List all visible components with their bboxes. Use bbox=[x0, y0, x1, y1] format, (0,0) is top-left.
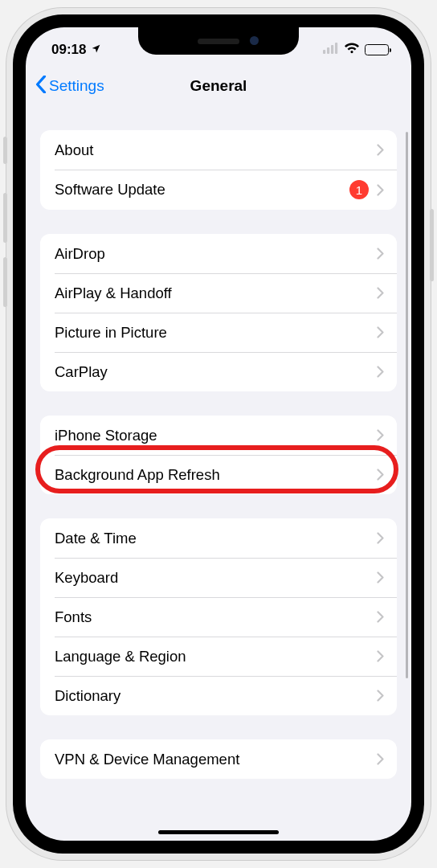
row-label: Dictionary bbox=[55, 687, 377, 705]
row-software-update[interactable]: Software Update 1 bbox=[40, 170, 397, 210]
battery-icon bbox=[365, 44, 389, 55]
chevron-right-icon bbox=[377, 326, 384, 338]
front-camera bbox=[250, 36, 259, 45]
svg-rect-3 bbox=[335, 43, 337, 54]
row-label: About bbox=[55, 141, 377, 159]
status-time: 09:18 bbox=[51, 42, 86, 58]
chevron-right-icon bbox=[377, 532, 384, 544]
chevron-right-icon bbox=[377, 366, 384, 378]
page-title: General bbox=[190, 77, 247, 95]
row-label: Background App Refresh bbox=[55, 466, 377, 484]
row-label: Language & Region bbox=[55, 648, 377, 665]
row-label: AirPlay & Handoff bbox=[55, 285, 377, 302]
row-label: Fonts bbox=[55, 608, 377, 626]
settings-group: VPN & Device Management bbox=[40, 739, 397, 779]
back-button[interactable]: Settings bbox=[35, 76, 104, 97]
row-label: VPN & Device Management bbox=[55, 751, 377, 768]
svg-rect-2 bbox=[331, 45, 333, 54]
settings-group: Date & Time Keyboard Fonts Language & Re… bbox=[40, 518, 397, 715]
row-keyboard[interactable]: Keyboard bbox=[40, 558, 397, 597]
row-language-region[interactable]: Language & Region bbox=[40, 637, 397, 676]
silence-switch bbox=[3, 137, 7, 164]
location-icon bbox=[91, 42, 101, 58]
chevron-right-icon bbox=[377, 611, 384, 623]
row-picture-in-picture[interactable]: Picture in Picture bbox=[40, 313, 397, 352]
chevron-right-icon bbox=[377, 571, 384, 583]
content[interactable]: About Software Update 1 AirDrop bbox=[26, 106, 411, 841]
row-fonts[interactable]: Fonts bbox=[40, 597, 397, 637]
row-iphone-storage[interactable]: iPhone Storage bbox=[40, 416, 397, 455]
row-about[interactable]: About bbox=[40, 130, 397, 170]
status-left: 09:18 bbox=[51, 42, 101, 58]
volume-up-button bbox=[3, 193, 7, 243]
notch bbox=[138, 27, 299, 55]
chevron-right-icon bbox=[377, 144, 384, 156]
row-date-time[interactable]: Date & Time bbox=[40, 518, 397, 558]
scrollbar[interactable] bbox=[406, 132, 408, 678]
row-dictionary[interactable]: Dictionary bbox=[40, 676, 397, 715]
row-background-app-refresh[interactable]: Background App Refresh bbox=[40, 455, 397, 494]
screen: 09:18 bbox=[26, 27, 411, 841]
volume-down-button bbox=[3, 257, 7, 307]
status-right bbox=[323, 42, 389, 58]
svg-rect-1 bbox=[327, 47, 329, 54]
notification-badge: 1 bbox=[349, 180, 369, 199]
chevron-right-icon bbox=[377, 287, 384, 299]
chevron-right-icon bbox=[377, 469, 384, 481]
home-indicator[interactable] bbox=[158, 830, 279, 835]
phone-frame: 09:18 bbox=[6, 8, 431, 860]
chevron-right-icon bbox=[377, 650, 384, 662]
chevron-right-icon bbox=[377, 248, 384, 260]
settings-group: AirDrop AirPlay & Handoff Picture in Pic… bbox=[40, 234, 397, 391]
row-label: Keyboard bbox=[55, 569, 377, 587]
cellular-signal-icon bbox=[323, 42, 339, 58]
power-button bbox=[430, 209, 434, 281]
svg-rect-0 bbox=[323, 50, 325, 54]
chevron-right-icon bbox=[377, 690, 384, 702]
row-label: CarPlay bbox=[55, 363, 377, 381]
row-airdrop[interactable]: AirDrop bbox=[40, 234, 397, 273]
chevron-right-icon bbox=[377, 184, 384, 196]
speaker-grille bbox=[198, 39, 239, 44]
row-label: Software Update bbox=[55, 181, 349, 199]
chevron-right-icon bbox=[377, 753, 384, 765]
settings-group: About Software Update 1 bbox=[40, 130, 397, 210]
back-label: Settings bbox=[49, 77, 104, 95]
settings-group: iPhone Storage Background App Refresh bbox=[40, 416, 397, 494]
row-label: AirDrop bbox=[55, 245, 377, 263]
row-label: Date & Time bbox=[55, 530, 377, 547]
wifi-icon bbox=[344, 42, 360, 58]
row-carplay[interactable]: CarPlay bbox=[40, 352, 397, 391]
row-airplay-handoff[interactable]: AirPlay & Handoff bbox=[40, 273, 397, 313]
nav-bar: Settings General bbox=[26, 66, 411, 106]
row-label: Picture in Picture bbox=[55, 324, 377, 342]
row-vpn-device-management[interactable]: VPN & Device Management bbox=[40, 739, 397, 779]
chevron-right-icon bbox=[377, 429, 384, 441]
row-label: iPhone Storage bbox=[55, 427, 377, 444]
chevron-left-icon bbox=[35, 76, 47, 97]
